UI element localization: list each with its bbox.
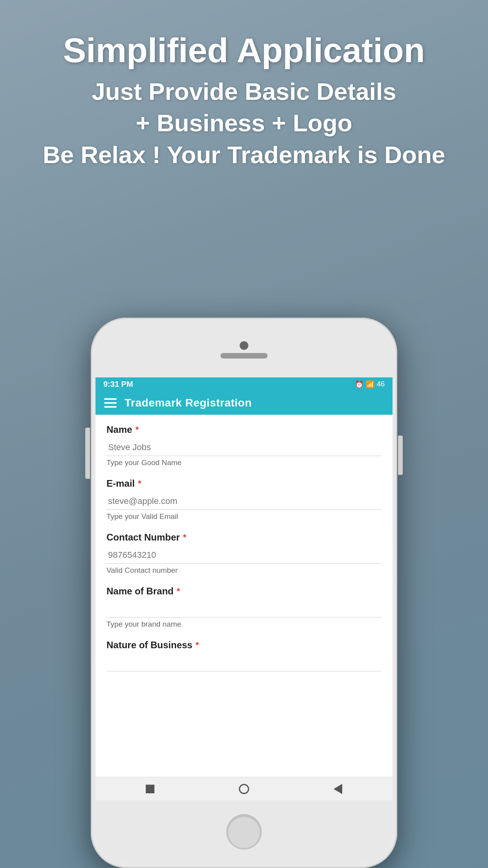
- home-icon: [239, 784, 249, 794]
- nav-bar: [95, 777, 393, 800]
- phone-screen: 9:31 PM ⏰ 📶 46 Trademark Registration: [95, 377, 393, 800]
- form-group-brand: Name of Brand * Type your brand name: [106, 586, 382, 629]
- phone-outer: 9:31 PM ⏰ 📶 46 Trademark Registration: [91, 318, 397, 868]
- contact-required: *: [183, 532, 187, 542]
- app-bar: Trademark Registration: [95, 391, 393, 415]
- phone-inner: 9:31 PM ⏰ 📶 46 Trademark Registration: [95, 322, 393, 863]
- form-group-business: Nature of Business *: [106, 640, 382, 671]
- contact-label: Contact Number *: [106, 532, 382, 543]
- hamburger-menu[interactable]: [104, 398, 117, 408]
- business-label: Nature of Business *: [106, 640, 382, 651]
- name-required: *: [135, 425, 139, 435]
- stop-icon: [146, 785, 154, 793]
- contact-hint: Valid Contact number: [106, 566, 382, 575]
- hero-line2: + Business + Logo: [136, 109, 352, 136]
- name-input[interactable]: [106, 439, 382, 456]
- hero-section: Simplified Application Just Provide Basi…: [0, 31, 488, 171]
- contact-input[interactable]: [106, 547, 382, 564]
- phone-top-bezel: [95, 322, 393, 377]
- front-camera: [240, 341, 248, 350]
- phone-speaker: [220, 353, 268, 359]
- hero-subtitle: Just Provide Basic Details + Business + …: [16, 76, 472, 171]
- home-physical-button[interactable]: [226, 814, 262, 850]
- back-icon: [334, 784, 342, 794]
- status-icons: ⏰ 📶 46: [355, 380, 385, 389]
- stop-button[interactable]: [144, 783, 156, 795]
- hamburger-line2: [104, 402, 117, 404]
- brand-required: *: [177, 586, 180, 596]
- phone-bottom-bezel: [95, 800, 393, 863]
- business-required: *: [196, 640, 199, 650]
- app-bar-title: Trademark Registration: [125, 397, 252, 409]
- alarm-icon: ⏰: [355, 380, 363, 389]
- name-label: Name *: [106, 424, 382, 435]
- status-bar: 9:31 PM ⏰ 📶 46: [95, 377, 393, 391]
- status-time: 9:31 PM: [103, 380, 133, 389]
- hamburger-line3: [104, 406, 117, 408]
- form-group-contact: Contact Number * Valid Contact number: [106, 532, 382, 575]
- signal-icon: 📶: [366, 380, 374, 389]
- back-button[interactable]: [332, 783, 344, 795]
- brand-hint: Type your brand name: [106, 620, 382, 629]
- form-group-email: E-mail * Type your Valid Email: [106, 478, 382, 521]
- name-hint: Type your Good Name: [106, 458, 382, 467]
- hero-title: Simplified Application: [16, 31, 472, 70]
- email-input[interactable]: [106, 493, 382, 510]
- brand-label: Name of Brand *: [106, 586, 382, 597]
- hero-line1: Just Provide Basic Details: [92, 78, 396, 105]
- email-required: *: [138, 478, 141, 489]
- home-button[interactable]: [238, 783, 250, 795]
- email-hint: Type your Valid Email: [106, 512, 382, 521]
- business-input[interactable]: [106, 655, 382, 671]
- email-label: E-mail *: [106, 478, 382, 489]
- hamburger-line1: [104, 398, 117, 400]
- form-content: Name * Type your Good Name E-mail *: [95, 415, 393, 800]
- battery-icon: 46: [377, 380, 385, 388]
- brand-input[interactable]: [106, 601, 382, 618]
- phone-mockup: 9:31 PM ⏰ 📶 46 Trademark Registration: [91, 318, 397, 868]
- form-group-name: Name * Type your Good Name: [106, 424, 382, 467]
- hero-line3: Be Relax ! Your Trademark is Done: [43, 141, 446, 168]
